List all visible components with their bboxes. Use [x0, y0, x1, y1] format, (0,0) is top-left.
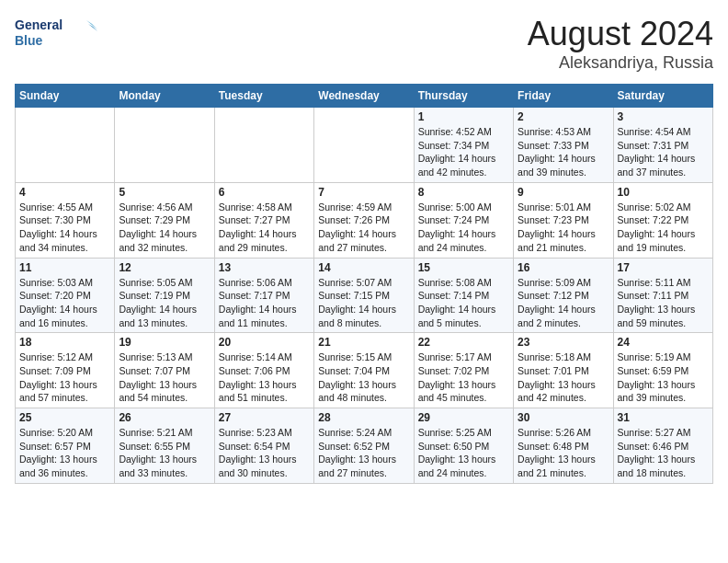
cell-info: Sunrise: 5:01 AMSunset: 7:23 PMDaylight:… — [518, 201, 609, 255]
calendar-cell: 19Sunrise: 5:13 AMSunset: 7:07 PMDayligh… — [115, 333, 214, 408]
calendar-cell: 5Sunrise: 4:56 AMSunset: 7:29 PMDaylight… — [115, 182, 214, 258]
cell-info: Sunrise: 5:11 AMSunset: 7:11 PMDaylight:… — [618, 276, 709, 330]
day-number: 13 — [219, 261, 310, 274]
cell-info: Sunrise: 5:26 AMSunset: 6:48 PMDaylight:… — [518, 426, 609, 480]
calendar-cell: 9Sunrise: 5:01 AMSunset: 7:23 PMDaylight… — [514, 182, 613, 258]
day-number: 4 — [19, 186, 110, 199]
day-number: 26 — [119, 411, 210, 424]
cell-info: Sunrise: 4:58 AMSunset: 7:27 PMDaylight:… — [219, 201, 310, 255]
weekday-header: Sunday — [16, 85, 115, 108]
calendar-cell: 27Sunrise: 5:23 AMSunset: 6:54 PMDayligh… — [214, 408, 313, 484]
day-number: 10 — [618, 186, 709, 199]
calendar-cell — [214, 108, 313, 183]
day-number: 3 — [618, 110, 709, 123]
calendar-cell — [16, 108, 115, 183]
day-number: 21 — [318, 336, 409, 349]
calendar-cell: 6Sunrise: 4:58 AMSunset: 7:27 PMDaylight… — [214, 182, 313, 258]
cell-info: Sunrise: 5:20 AMSunset: 6:57 PMDaylight:… — [19, 426, 110, 480]
calendar-cell: 8Sunrise: 5:00 AMSunset: 7:24 PMDaylight… — [414, 182, 513, 258]
day-number: 23 — [518, 336, 609, 349]
cell-info: Sunrise: 5:25 AMSunset: 6:50 PMDaylight:… — [418, 426, 509, 480]
weekday-header: Tuesday — [214, 85, 313, 108]
calendar-cell: 1Sunrise: 4:52 AMSunset: 7:34 PMDaylight… — [414, 108, 513, 183]
day-number: 28 — [318, 411, 409, 424]
day-number: 29 — [418, 411, 509, 424]
weekday-header: Wednesday — [314, 85, 414, 108]
day-number: 15 — [418, 261, 509, 274]
logo: General Blue — [15, 15, 97, 53]
day-number: 25 — [19, 411, 110, 424]
cell-info: Sunrise: 5:03 AMSunset: 7:20 PMDaylight:… — [19, 276, 110, 330]
calendar-cell: 2Sunrise: 4:53 AMSunset: 7:33 PMDaylight… — [514, 108, 613, 183]
day-number: 22 — [418, 336, 509, 349]
cell-info: Sunrise: 4:54 AMSunset: 7:31 PMDaylight:… — [618, 125, 709, 179]
cell-info: Sunrise: 5:05 AMSunset: 7:19 PMDaylight:… — [119, 276, 210, 330]
cell-info: Sunrise: 4:59 AMSunset: 7:26 PMDaylight:… — [318, 201, 409, 255]
calendar-cell: 30Sunrise: 5:26 AMSunset: 6:48 PMDayligh… — [514, 408, 613, 484]
day-number: 8 — [418, 186, 509, 199]
calendar-cell: 7Sunrise: 4:59 AMSunset: 7:26 PMDaylight… — [314, 182, 414, 258]
cell-info: Sunrise: 5:14 AMSunset: 7:06 PMDaylight:… — [219, 350, 310, 405]
weekday-header: Monday — [115, 85, 214, 108]
calendar-cell: 28Sunrise: 5:24 AMSunset: 6:52 PMDayligh… — [314, 408, 414, 484]
weekday-header: Thursday — [414, 85, 513, 108]
weekday-header: Saturday — [613, 85, 712, 108]
calendar-cell: 20Sunrise: 5:14 AMSunset: 7:06 PMDayligh… — [214, 333, 313, 408]
day-number: 6 — [219, 186, 310, 199]
day-number: 11 — [19, 261, 110, 274]
day-number: 7 — [318, 186, 409, 199]
cell-info: Sunrise: 5:27 AMSunset: 6:46 PMDaylight:… — [618, 426, 709, 480]
cell-info: Sunrise: 5:07 AMSunset: 7:15 PMDaylight:… — [318, 276, 409, 330]
calendar-cell: 11Sunrise: 5:03 AMSunset: 7:20 PMDayligh… — [16, 258, 115, 333]
cell-info: Sunrise: 4:52 AMSunset: 7:34 PMDaylight:… — [418, 125, 509, 179]
cell-info: Sunrise: 5:06 AMSunset: 7:17 PMDaylight:… — [219, 276, 310, 330]
day-number: 12 — [119, 261, 210, 274]
day-number: 19 — [119, 336, 210, 349]
day-number: 1 — [418, 110, 509, 123]
weekday-header: Friday — [514, 85, 613, 108]
calendar-cell: 18Sunrise: 5:12 AMSunset: 7:09 PMDayligh… — [16, 333, 115, 408]
calendar-cell: 17Sunrise: 5:11 AMSunset: 7:11 PMDayligh… — [613, 258, 712, 333]
logo-svg: General Blue — [15, 15, 97, 53]
cell-info: Sunrise: 5:15 AMSunset: 7:04 PMDaylight:… — [318, 350, 409, 405]
cell-info: Sunrise: 5:02 AMSunset: 7:22 PMDaylight:… — [618, 201, 709, 255]
calendar-table: SundayMondayTuesdayWednesdayThursdayFrid… — [15, 84, 713, 484]
calendar-cell: 10Sunrise: 5:02 AMSunset: 7:22 PMDayligh… — [613, 182, 712, 258]
day-number: 27 — [219, 411, 310, 424]
day-number: 9 — [518, 186, 609, 199]
cell-info: Sunrise: 5:18 AMSunset: 7:01 PMDaylight:… — [518, 350, 609, 405]
cell-info: Sunrise: 5:12 AMSunset: 7:09 PMDaylight:… — [19, 350, 110, 405]
calendar-cell: 16Sunrise: 5:09 AMSunset: 7:12 PMDayligh… — [514, 258, 613, 333]
day-number: 31 — [618, 411, 709, 424]
day-number: 14 — [318, 261, 409, 274]
day-number: 18 — [19, 336, 110, 349]
calendar-cell: 29Sunrise: 5:25 AMSunset: 6:50 PMDayligh… — [414, 408, 513, 484]
cell-info: Sunrise: 5:23 AMSunset: 6:54 PMDaylight:… — [219, 426, 310, 480]
cell-info: Sunrise: 5:08 AMSunset: 7:14 PMDaylight:… — [418, 276, 509, 330]
cell-info: Sunrise: 5:09 AMSunset: 7:12 PMDaylight:… — [518, 276, 609, 330]
cell-info: Sunrise: 5:17 AMSunset: 7:02 PMDaylight:… — [418, 350, 509, 405]
calendar-cell: 24Sunrise: 5:19 AMSunset: 6:59 PMDayligh… — [613, 333, 712, 408]
calendar-cell: 13Sunrise: 5:06 AMSunset: 7:17 PMDayligh… — [214, 258, 313, 333]
calendar-cell — [314, 108, 414, 183]
cell-info: Sunrise: 4:56 AMSunset: 7:29 PMDaylight:… — [119, 201, 210, 255]
location-title: Aleksandriya, Russia — [528, 53, 713, 73]
cell-info: Sunrise: 5:21 AMSunset: 6:55 PMDaylight:… — [119, 426, 210, 480]
cell-info: Sunrise: 5:19 AMSunset: 6:59 PMDaylight:… — [618, 350, 709, 405]
cell-info: Sunrise: 4:53 AMSunset: 7:33 PMDaylight:… — [518, 125, 609, 179]
day-number: 20 — [219, 336, 310, 349]
title-block: August 2024 Aleksandriya, Russia — [528, 15, 713, 73]
calendar-cell — [115, 108, 214, 183]
calendar-cell: 22Sunrise: 5:17 AMSunset: 7:02 PMDayligh… — [414, 333, 513, 408]
svg-text:Blue: Blue — [15, 33, 43, 48]
day-number: 30 — [518, 411, 609, 424]
day-number: 24 — [618, 336, 709, 349]
calendar-cell: 12Sunrise: 5:05 AMSunset: 7:19 PMDayligh… — [115, 258, 214, 333]
page-header: General Blue August 2024 Aleksandriya, R… — [15, 15, 713, 73]
cell-info: Sunrise: 5:13 AMSunset: 7:07 PMDaylight:… — [119, 350, 210, 405]
calendar-cell: 15Sunrise: 5:08 AMSunset: 7:14 PMDayligh… — [414, 258, 513, 333]
cell-info: Sunrise: 5:24 AMSunset: 6:52 PMDaylight:… — [318, 426, 409, 480]
calendar-cell: 4Sunrise: 4:55 AMSunset: 7:30 PMDaylight… — [16, 182, 115, 258]
day-number: 16 — [518, 261, 609, 274]
calendar-cell: 14Sunrise: 5:07 AMSunset: 7:15 PMDayligh… — [314, 258, 414, 333]
